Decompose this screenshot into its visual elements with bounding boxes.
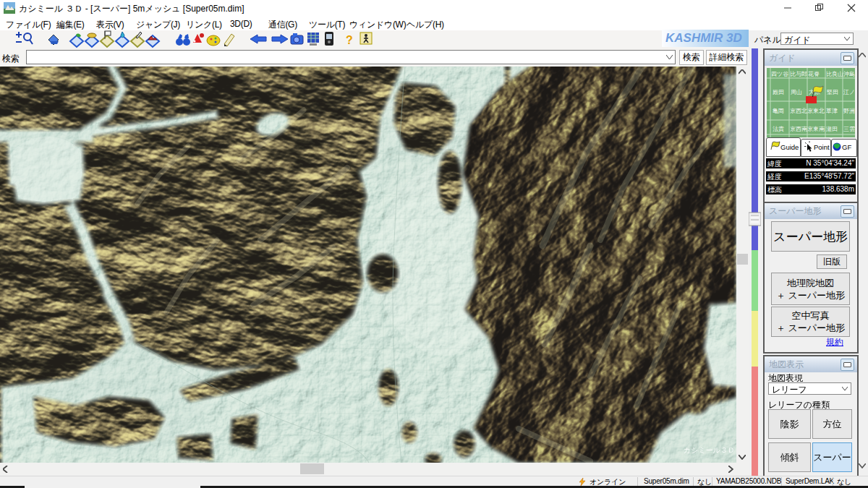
svg-text:沖島: 沖島 — [843, 71, 855, 77]
svg-text:三雲: 三雲 — [843, 126, 855, 132]
svg-text:カシミール３Ｄ: カシミール３Ｄ — [684, 446, 735, 454]
svg-text:四ツ谷: 四ツ谷 — [771, 71, 788, 77]
svg-text:京東南: 京東南 — [807, 126, 825, 132]
svg-text:堅田: 堅田 — [827, 89, 838, 95]
svg-text:京西北: 京西北 — [790, 108, 807, 114]
svg-text:京西南: 京西南 — [790, 126, 808, 132]
svg-text:比良山: 比良山 — [826, 71, 843, 77]
svg-text:京東北: 京東北 — [807, 108, 825, 114]
svg-text:瀬田: 瀬田 — [826, 126, 838, 132]
svg-text:殿田: 殿田 — [773, 89, 784, 95]
svg-text:江ノ: 江ノ — [843, 89, 855, 95]
svg-text:法貴: 法貴 — [773, 126, 784, 132]
svg-text:Guide: Guide — [780, 143, 799, 151]
svg-text:亀岡: 亀岡 — [773, 108, 784, 114]
svg-text:花脊: 花脊 — [808, 71, 820, 77]
svg-text:?: ? — [346, 34, 353, 46]
svg-text:草津: 草津 — [826, 108, 838, 114]
svg-text:Point: Point — [814, 143, 830, 151]
svg-text:GF: GF — [842, 143, 851, 151]
svg-text:比与郎: 比与郎 — [790, 71, 807, 77]
svg-text:野洲: 野洲 — [843, 108, 855, 114]
svg-text:周山: 周山 — [791, 89, 802, 95]
